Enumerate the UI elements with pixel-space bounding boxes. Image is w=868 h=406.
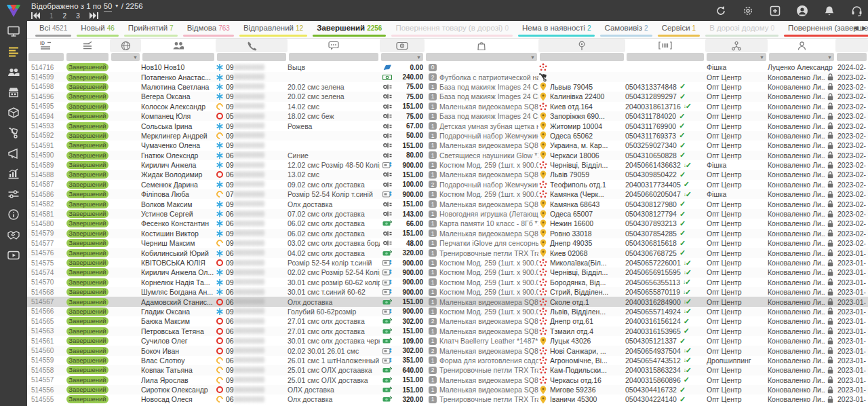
- table-row[interactable]: 514558 Завершений Ковпак Татьяна 0900000…: [27, 365, 868, 375]
- status-badge[interactable]: Завершений: [66, 210, 108, 218]
- table-row[interactable]: 514575 Завершений КВІТОВСЬКА ЮЛІЯ 090000…: [27, 258, 868, 267]
- table-row[interactable]: 514563 Завершений Петровська Тетяна 0600…: [27, 327, 868, 336]
- filter-input-product[interactable]: ▼: [426, 53, 537, 61]
- table-row[interactable]: 514566 Завершений Гладик Оксана 09000000…: [27, 307, 868, 316]
- status-badge[interactable]: Завершений: [66, 63, 108, 71]
- tab-Всі[interactable]: Всі4521: [33, 21, 74, 39]
- page-number-2[interactable]: 2: [63, 12, 67, 20]
- column-header-manager[interactable]: [768, 39, 835, 52]
- avatar-icon[interactable]: [796, 5, 808, 17]
- status-badge[interactable]: Завершений: [66, 170, 108, 179]
- tab-В дорозі додому[interactable]: В дорозі додому0: [703, 21, 781, 39]
- status-badge[interactable]: Завершений: [66, 73, 108, 81]
- tab-Самовивіз[interactable]: Самовивіз2: [597, 21, 654, 39]
- status-badge[interactable]: Завершений: [66, 278, 108, 287]
- table-row[interactable]: 514594 Завершений Компанец Юля 050000000…: [27, 111, 868, 121]
- filter-input-date[interactable]: [837, 53, 867, 61]
- column-header-date[interactable]: [835, 39, 868, 52]
- column-header-payment-sum[interactable]: [380, 39, 425, 52]
- status-badge[interactable]: Завершений: [66, 395, 108, 403]
- tab-Завершений[interactable]: Завершений2256: [310, 21, 389, 39]
- table-row[interactable]: 514598 Завершений Малютина Светлана 0900…: [27, 82, 868, 92]
- status-badge[interactable]: Завершений: [66, 376, 108, 384]
- tab-Відмова[interactable]: Відмова763: [180, 21, 237, 39]
- table-row[interactable]: 514555 Завершений Новосад Олеся 06000000…: [27, 394, 868, 404]
- filter-input-tracking[interactable]: [627, 53, 704, 61]
- column-header-client[interactable]: [141, 39, 216, 52]
- filter-input-payment-sum[interactable]: ▼: [381, 53, 423, 61]
- sidebar-item-orders[interactable]: [0, 41, 27, 62]
- status-badge[interactable]: Завершений: [66, 161, 108, 169]
- table-row[interactable]: 514586 Завершений Філіпова Люба 07000000…: [27, 189, 868, 199]
- table-row[interactable]: 514593 Завершений Сольська Ірина 0900000…: [27, 121, 868, 130]
- sidebar-item-reports[interactable]: [0, 164, 27, 184]
- column-header-tracking[interactable]: [625, 39, 705, 52]
- table-row[interactable]: 514560 Завершений Бокоч Иван 090000000 0…: [27, 346, 868, 355]
- status-badge[interactable]: Завершений: [66, 366, 108, 374]
- status-badge[interactable]: Завершений: [66, 268, 108, 276]
- table-row[interactable]: 514716 Завершений Нов10 Нов10 090000000 …: [27, 62, 868, 72]
- refresh-icon[interactable]: [715, 5, 727, 17]
- table-row[interactable]: 514591 Завершений Чумаченко Олена 090000…: [27, 141, 868, 150]
- table-row[interactable]: 514588 Завершений Жидак Володимир 060000…: [27, 170, 868, 179]
- sidebar-item-info[interactable]: [0, 204, 27, 225]
- table-row[interactable]: 514556 Завершений Сиротюк Олександр 0900…: [27, 385, 868, 394]
- status-badge[interactable]: Завершений: [66, 132, 108, 140]
- page-number-3[interactable]: 3: [76, 12, 80, 20]
- table-row[interactable]: 514567 Завершений Адамовский Станис... 0…: [27, 297, 868, 306]
- tab-Новый[interactable]: Новый46: [74, 21, 121, 39]
- status-badge[interactable]: Завершений: [66, 141, 108, 149]
- sidebar-item-products[interactable]: [0, 103, 27, 123]
- status-badge[interactable]: Завершений: [66, 239, 108, 247]
- filter-input-status[interactable]: [66, 53, 108, 61]
- column-header-phone[interactable]: [216, 39, 288, 52]
- column-header-comment[interactable]: [288, 39, 380, 52]
- status-badge[interactable]: Завершений: [66, 92, 108, 100]
- filter-input-id[interactable]: [28, 53, 64, 61]
- column-header-product[interactable]: [425, 39, 538, 52]
- app-logo[interactable]: [0, 0, 27, 21]
- table-row[interactable]: 514559 Завершений Влас Слотюу 060000000 …: [27, 356, 868, 365]
- sidebar-item-video[interactable]: [0, 245, 27, 265]
- status-badge[interactable]: Завершений: [66, 190, 108, 198]
- table-row[interactable]: 514557 Завершений Лила Ярослав 090000000…: [27, 375, 868, 385]
- filter-input-manager[interactable]: ▼: [769, 53, 834, 61]
- column-header-status[interactable]: [65, 39, 110, 52]
- filter-input-client[interactable]: [142, 53, 214, 61]
- status-badge[interactable]: Завершений: [66, 308, 108, 316]
- table-row[interactable]: 514581 Завершений Устинов Сергей 0600000…: [27, 209, 868, 219]
- table-row[interactable]: 514590 Завершений Гнатюк Олексндр 060000…: [27, 151, 868, 160]
- table-row[interactable]: 514596 Завершений Вегера Оксана 09000000…: [27, 92, 868, 101]
- table-row[interactable]: 514592 Завершений Мерклингер Андрей 0900…: [27, 131, 868, 141]
- table-row[interactable]: 514576 Завершений Кобилинський Юрий 0600…: [27, 248, 868, 257]
- status-badge[interactable]: Завершений: [66, 181, 108, 189]
- tab-Прийнятий[interactable]: Прийнятий7: [121, 21, 180, 39]
- tabs-scroll-left-icon[interactable]: ◀: [853, 24, 858, 31]
- filter-input-city[interactable]: [540, 53, 624, 61]
- sidebar-item-partners[interactable]: [0, 225, 27, 245]
- status-badge[interactable]: Завершений: [66, 317, 108, 325]
- status-badge[interactable]: Завершений: [66, 288, 108, 296]
- column-header-city[interactable]: [538, 39, 625, 52]
- column-header-country[interactable]: [110, 39, 141, 52]
- table-row[interactable]: 514587 Завершений Семенюк Дарина 0900000…: [27, 180, 868, 189]
- status-badge[interactable]: Завершений: [66, 122, 108, 130]
- status-badge[interactable]: Завершений: [66, 103, 108, 111]
- filter-input-source[interactable]: ▼: [707, 53, 766, 61]
- status-badge[interactable]: Завершений: [66, 259, 108, 267]
- status-badge[interactable]: Завершений: [66, 229, 108, 238]
- sidebar-item-settings[interactable]: [0, 184, 27, 204]
- status-badge[interactable]: Завершений: [66, 249, 108, 257]
- status-badge[interactable]: Завершений: [66, 83, 108, 91]
- status-badge[interactable]: Завершений: [66, 337, 108, 345]
- sidebar-item-dashboard[interactable]: [0, 21, 27, 41]
- status-badge[interactable]: Завершений: [66, 219, 108, 227]
- headset-icon[interactable]: [850, 5, 863, 17]
- sidebar-item-supply[interactable]: [0, 123, 27, 143]
- table-row[interactable]: 514579 Завершений Костишин Виктор 090000…: [27, 229, 868, 238]
- table-row[interactable]: 514582 Завершений Волков Максим 09000000…: [27, 199, 868, 208]
- status-badge[interactable]: Завершений: [66, 298, 108, 306]
- table-row[interactable]: 514574 Завершений Кирилич Анжела Ол... 0…: [27, 267, 868, 277]
- sidebar-item-marketing[interactable]: [0, 143, 27, 164]
- column-header-source[interactable]: [705, 39, 768, 52]
